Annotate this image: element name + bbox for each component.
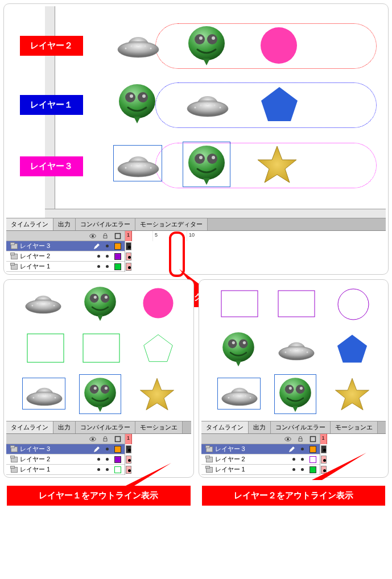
ufo-shape — [115, 28, 161, 62]
ufo-shape[interactable] — [24, 380, 64, 410]
layer1-label-tag: レイヤー１ — [20, 95, 83, 115]
tab-timeline[interactable]: タイムライン — [6, 218, 53, 230]
alien-shape[interactable] — [275, 375, 315, 413]
keyframe[interactable] — [126, 456, 131, 464]
layer-track[interactable] — [125, 251, 386, 262]
keyframe[interactable] — [321, 456, 327, 464]
outline-color-swatch[interactable] — [114, 243, 121, 250]
layer-row[interactable]: レイヤー 1 — [201, 465, 386, 475]
outline-color-swatch[interactable] — [114, 253, 121, 260]
layer-row[interactable]: レイヤー 3 — [201, 444, 386, 454]
layer-track[interactable] — [320, 465, 386, 475]
tab-timeline[interactable]: タイムライン — [6, 421, 53, 433]
lock-dot[interactable] — [301, 448, 304, 450]
visibility-dot[interactable] — [97, 265, 100, 268]
layer-track[interactable] — [125, 241, 386, 251]
eye-icon[interactable] — [89, 436, 96, 442]
lock-dot[interactable] — [106, 265, 109, 268]
layer-row[interactable]: レイヤー 3 — [6, 241, 386, 251]
keyframe[interactable] — [126, 445, 131, 453]
tab-timeline[interactable]: タイムライン — [201, 421, 249, 433]
eye-icon[interactable] — [89, 233, 96, 239]
visibility-dot[interactable] — [97, 255, 100, 258]
playhead-frame[interactable]: 1 — [125, 231, 132, 241]
lock-dot[interactable] — [301, 468, 304, 471]
lock-dot[interactable] — [106, 468, 109, 471]
stage-area: レイヤー２ レイヤー１ レイヤー３ — [6, 6, 386, 218]
timeline-panel-right: タイムライン 出力 コンパイルエラー モーションエ 1 レイヤー 3レイヤー 2… — [201, 421, 386, 475]
tab-compile-errors[interactable]: コンパイルエラー — [271, 421, 331, 433]
frame-ruler[interactable]: 1 5 10 — [125, 231, 386, 241]
playhead-frame[interactable]: 1 — [125, 434, 132, 444]
ufo-shape[interactable] — [220, 380, 259, 410]
star-shape[interactable] — [137, 375, 177, 413]
lock-dot[interactable] — [106, 448, 109, 450]
layer-row[interactable]: レイヤー 3 — [6, 444, 191, 454]
rect-outline — [278, 290, 315, 317]
alien-shape[interactable] — [184, 143, 229, 186]
bottom-examples-row: タイムライン 出力 コンパイルエラー モーションエ 1 レイヤー 3レイヤー 2… — [3, 279, 389, 478]
playhead-frame[interactable]: 1 — [320, 434, 327, 444]
lock-icon[interactable] — [102, 233, 109, 239]
lock-dot[interactable] — [301, 458, 304, 461]
timeline-panel: タイムライン 出力 コンパイルエラー モーションエディター 1 5 10 レイヤ… — [6, 218, 386, 272]
eye-icon[interactable] — [284, 436, 291, 442]
tab-motion-editor[interactable]: モーションエディター — [135, 218, 208, 230]
tab-output[interactable]: 出力 — [249, 421, 271, 433]
outline-color-swatch[interactable] — [114, 446, 121, 453]
keyframe[interactable] — [126, 253, 131, 260]
layer-row[interactable]: レイヤー 2 — [6, 251, 386, 262]
visibility-dot[interactable] — [292, 458, 295, 461]
outline-color-swatch[interactable] — [310, 456, 316, 463]
layer-track[interactable] — [125, 465, 191, 475]
tab-compile-errors[interactable]: コンパイルエラー — [76, 421, 135, 433]
alien-shape[interactable] — [80, 375, 120, 413]
tick-5: 5 — [155, 232, 158, 238]
outline-color-swatch[interactable] — [310, 466, 316, 473]
outline-color-swatch[interactable] — [114, 456, 121, 463]
outline-toggle-icon[interactable] — [310, 436, 316, 442]
keyframe[interactable] — [321, 466, 327, 474]
layer-track[interactable] — [320, 444, 386, 454]
tab-compile-errors[interactable]: コンパイルエラー — [76, 218, 135, 230]
lock-dot[interactable] — [106, 245, 109, 247]
layer-row[interactable]: レイヤー 2 — [201, 454, 386, 465]
tab-output[interactable]: 出力 — [53, 421, 76, 433]
layer-track[interactable] — [320, 454, 386, 465]
main-diagram-panel: レイヤー２ レイヤー１ レイヤー３ タイムライン 出力 コンパイルエラー モーシ… — [3, 3, 389, 275]
svg-rect-19 — [27, 334, 64, 362]
keyframe[interactable] — [126, 242, 131, 250]
layer-icon — [11, 254, 18, 259]
tab-motion-editor[interactable]: モーションエ — [331, 421, 378, 433]
layer-row[interactable]: レイヤー 1 — [6, 465, 191, 475]
layer-name-label: レイヤー 1 — [20, 262, 50, 271]
lock-dot[interactable] — [106, 255, 109, 258]
example-right-caption: レイヤー２をアウトライン表示 — [202, 486, 386, 506]
outline-color-swatch[interactable] — [114, 466, 121, 473]
keyframe[interactable] — [126, 263, 131, 271]
lock-icon[interactable] — [102, 436, 109, 442]
visibility-dot[interactable] — [97, 468, 100, 471]
outline-color-swatch[interactable] — [114, 263, 121, 270]
layer-row[interactable]: レイヤー 2 — [6, 454, 191, 465]
outline-toggle-icon[interactable] — [114, 233, 121, 239]
keyframe[interactable] — [126, 466, 131, 474]
outline-toggle-icon[interactable] — [114, 436, 121, 442]
star-shape[interactable] — [332, 375, 372, 413]
tab-motion-editor[interactable]: モーションエ — [135, 421, 183, 433]
ufo-shape[interactable] — [115, 147, 161, 181]
star-shape[interactable] — [254, 143, 300, 186]
timeline-panel-left: タイムライン 出力 コンパイルエラー モーションエ 1 レイヤー 3レイヤー 2… — [6, 421, 191, 475]
keyframe[interactable] — [321, 445, 327, 453]
visibility-dot[interactable] — [292, 468, 295, 471]
example-left-caption: レイヤー１をアウトライン表示 — [7, 486, 191, 506]
layer-track[interactable] — [125, 262, 386, 272]
ufo-shape — [23, 288, 63, 317]
lock-dot[interactable] — [106, 458, 109, 461]
lock-icon[interactable] — [297, 436, 304, 442]
outline-color-swatch[interactable] — [310, 446, 316, 453]
layer-track[interactable] — [125, 454, 191, 465]
visibility-dot[interactable] — [97, 458, 100, 461]
tab-output[interactable]: 出力 — [53, 218, 76, 230]
layer-track[interactable] — [125, 444, 191, 454]
